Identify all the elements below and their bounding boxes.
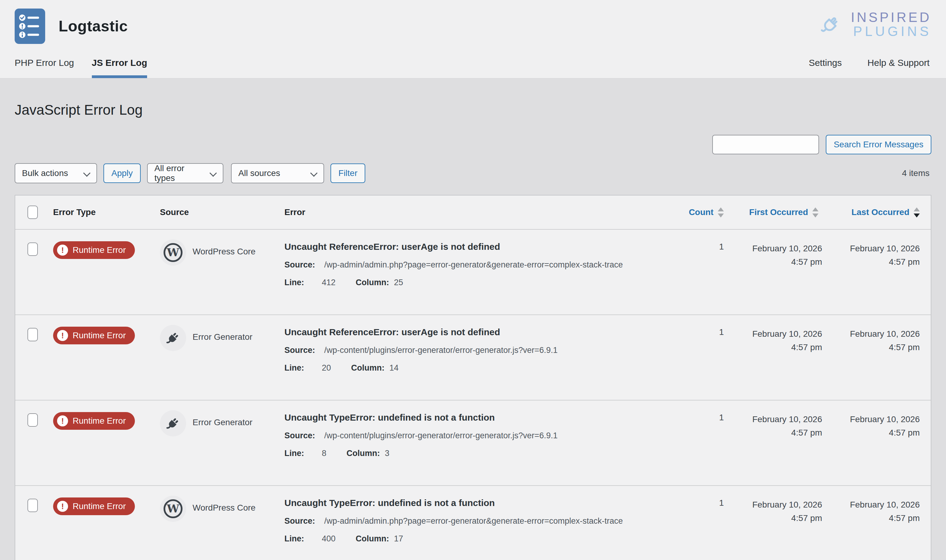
source-label: Source: — [284, 431, 315, 440]
sources-value: All sources — [238, 168, 280, 178]
items-count: 4 items — [902, 168, 931, 178]
plugin-header: Logtastic INSPIRED PLUGINS — [0, 0, 946, 78]
sort-asc-icon — [718, 208, 724, 211]
error-message: Uncaught ReferenceError: userAge is not … — [284, 241, 681, 252]
row-checkbox[interactable] — [28, 499, 38, 512]
error-type-badge: ! Runtime Error — [53, 241, 135, 259]
app-title: Logtastic — [59, 17, 128, 35]
line-label: Line: — [284, 449, 304, 458]
header-links: Settings Help & Support — [809, 57, 931, 68]
row-checkbox[interactable] — [28, 243, 38, 256]
bulk-actions-value: Bulk actions — [22, 168, 68, 178]
error-source-line: Source:/wp-admin/admin.php?page=error-ge… — [284, 516, 681, 526]
cell-first-occurred: February 10, 2026 4:57 pm — [732, 486, 827, 560]
error-types-value: All error types — [154, 163, 203, 183]
first-occurred-time: 4:57 pm — [743, 341, 822, 354]
source-path: /wp-content/plugins/error-generator/erro… — [324, 431, 558, 440]
column-number: 14 — [390, 363, 399, 372]
source-label: Source: — [284, 346, 315, 355]
cell-first-occurred: February 10, 2026 4:57 pm — [732, 230, 827, 314]
sort-desc-icon — [718, 214, 724, 217]
line-label: Line: — [284, 278, 304, 287]
last-occurred-date: February 10, 2026 — [837, 498, 920, 511]
cell-checkbox — [15, 486, 43, 560]
source-path: /wp-admin/admin.php?page=error-generator… — [324, 516, 623, 526]
source-name: Error Generator — [193, 410, 253, 427]
sort-desc-icon — [914, 214, 920, 217]
column-number: 3 — [385, 449, 390, 458]
cell-error-type: ! Runtime Error — [43, 315, 149, 400]
logtastic-logo-icon — [15, 9, 45, 44]
first-occurred-time: 4:57 pm — [743, 255, 822, 269]
table-row: ! Runtime Error W Error Ge — [15, 400, 931, 485]
table-row: ! Runtime Error W Error Ge — [15, 314, 931, 400]
source-icon-circle: W — [160, 239, 186, 266]
last-occurred-time: 4:57 pm — [837, 341, 920, 354]
last-occurred-date: February 10, 2026 — [837, 242, 920, 255]
source-name: WordPress Core — [193, 495, 256, 513]
source-path: /wp-admin/admin.php?page=error-generator… — [324, 260, 623, 269]
column-label: Column: — [351, 363, 385, 372]
first-occurred-time: 4:57 pm — [743, 426, 822, 440]
cell-source: W Error Generator — [149, 400, 274, 485]
column-label: Column: — [347, 449, 380, 458]
brand-wordmark: INSPIRED PLUGINS — [851, 10, 931, 38]
cell-count: 1 — [687, 230, 732, 314]
chevron-down-icon — [210, 169, 217, 175]
sort-first-occurred-link[interactable]: First Occurred — [749, 208, 818, 217]
cell-last-occurred: February 10, 2026 4:57 pm — [827, 230, 931, 314]
column-number: 25 — [394, 278, 403, 287]
sort-last-occurred-link[interactable]: Last Occurred — [851, 208, 920, 217]
last-occurred-date: February 10, 2026 — [837, 413, 920, 426]
svg-text:W: W — [166, 246, 179, 258]
error-message: Uncaught TypeError: undefined is not a f… — [284, 497, 681, 508]
source-name: WordPress Core — [193, 239, 256, 257]
error-source-line: Source:/wp-admin/admin.php?page=error-ge… — [284, 260, 681, 270]
last-occurred-time: 4:57 pm — [837, 426, 920, 440]
search-error-messages-button[interactable]: Search Error Messages — [826, 135, 931, 154]
row-checkbox[interactable] — [28, 413, 38, 427]
cell-error: Uncaught ReferenceError: userAge is not … — [274, 230, 687, 314]
column-number: 17 — [394, 534, 403, 543]
plug-outline-icon — [816, 10, 845, 39]
bulk-actions-select[interactable]: Bulk actions — [15, 163, 97, 183]
cell-error: Uncaught TypeError: undefined is not a f… — [274, 486, 687, 560]
error-message: Uncaught TypeError: undefined is not a f… — [284, 412, 681, 423]
error-types-select[interactable]: All error types — [147, 163, 223, 183]
sources-select[interactable]: All sources — [231, 163, 324, 183]
first-occurred-date: February 10, 2026 — [743, 413, 822, 426]
source-name: Error Generator — [193, 325, 253, 342]
cell-checkbox — [15, 230, 43, 314]
cell-error-type: ! Runtime Error — [43, 400, 149, 485]
search-input[interactable] — [712, 135, 819, 154]
sort-count-link[interactable]: Count — [689, 208, 724, 217]
tab-js-error-log[interactable]: JS Error Log — [92, 57, 147, 78]
nav-settings[interactable]: Settings — [809, 57, 842, 68]
exclamation-circle-icon: ! — [57, 330, 68, 341]
exclamation-circle-icon: ! — [57, 415, 68, 426]
error-type-label: Runtime Error — [72, 331, 126, 340]
nav-help-support[interactable]: Help & Support — [867, 57, 929, 68]
sort-arrows-icon — [914, 208, 920, 217]
log-tabs: PHP Error Log JS Error Log — [15, 57, 147, 78]
cell-last-occurred: February 10, 2026 4:57 pm — [827, 315, 931, 400]
brand-name-plugins: PLUGINS — [853, 25, 931, 38]
error-type-label: Runtime Error — [72, 502, 126, 511]
tab-php-error-log[interactable]: PHP Error Log — [15, 57, 74, 78]
row-checkbox[interactable] — [28, 328, 38, 341]
table-row: ! Runtime Error W WordPres — [15, 485, 931, 560]
table-header-row: Error Type Source Error Count First Occu… — [15, 195, 931, 229]
filter-button[interactable]: Filter — [330, 163, 365, 183]
sort-asc-icon — [914, 208, 920, 211]
select-all-checkbox[interactable] — [28, 206, 38, 219]
source-icon-circle: W — [160, 495, 186, 522]
error-source-line: Source:/wp-content/plugins/error-generat… — [284, 430, 681, 441]
source-path: /wp-content/plugins/error-generator/erro… — [324, 346, 558, 355]
app-brand: Logtastic — [15, 9, 128, 44]
cell-count: 1 — [687, 400, 732, 485]
line-label: Line: — [284, 534, 304, 543]
apply-button[interactable]: Apply — [103, 163, 141, 183]
cell-count: 1 — [687, 486, 732, 560]
sort-arrows-icon — [718, 208, 724, 217]
cell-source: W Error Generator — [149, 315, 274, 400]
